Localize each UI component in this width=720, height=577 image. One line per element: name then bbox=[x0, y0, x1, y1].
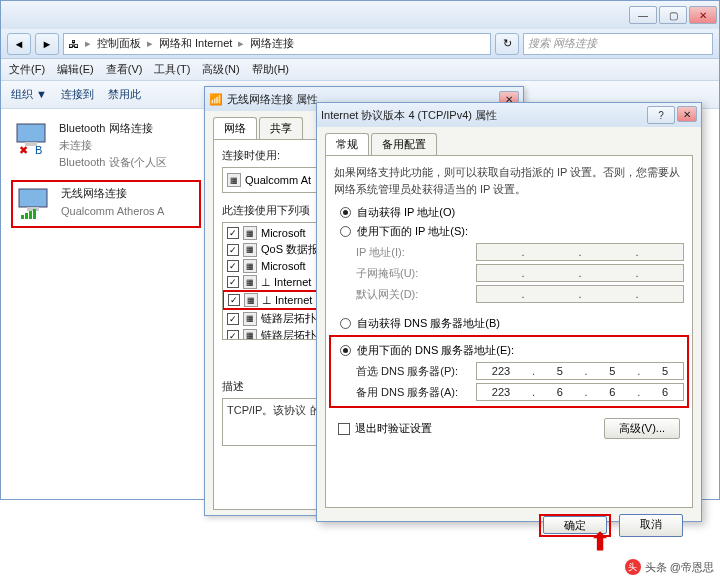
checkbox-icon[interactable]: ✓ bbox=[227, 330, 239, 341]
watermark: 头 头条 @帝恩思 bbox=[625, 559, 714, 575]
crumb-network-connections[interactable]: 网络连接 bbox=[250, 36, 294, 51]
radio-label: 自动获得 DNS 服务器地址(B) bbox=[357, 316, 500, 331]
svg-text:✖: ✖ bbox=[19, 144, 28, 156]
close-button[interactable]: ✕ bbox=[689, 6, 717, 24]
checkbox-icon[interactable]: ✓ bbox=[227, 244, 239, 256]
proto-icon: ▦ bbox=[243, 275, 257, 289]
menu-advanced[interactable]: 高级(N) bbox=[202, 62, 239, 77]
ipv4-properties-dialog: Internet 协议版本 4 (TCP/IPv4) 属性 ? ✕ 常规 备用配… bbox=[316, 102, 702, 522]
item-label: ⊥ Internet bbox=[261, 276, 311, 289]
gateway-label: 默认网关(D): bbox=[356, 287, 476, 302]
item-label: Microsoft bbox=[261, 227, 306, 239]
toutiao-icon: 头 bbox=[625, 559, 641, 575]
monitor-icon: ✖B bbox=[15, 121, 51, 157]
refresh-button[interactable]: ↻ bbox=[495, 33, 519, 55]
radio-label: 使用下面的 DNS 服务器地址(E): bbox=[357, 343, 514, 358]
radio-use-ip[interactable]: 使用下面的 IP 地址(S): bbox=[340, 224, 684, 239]
dialog-titlebar: Internet 协议版本 4 (TCP/IPv4) 属性 ? ✕ bbox=[317, 103, 701, 127]
proto-icon: ▦ bbox=[243, 312, 257, 326]
minimize-button[interactable]: — bbox=[629, 6, 657, 24]
item-label: Microsoft bbox=[261, 260, 306, 272]
conn-device: Qualcomm Atheros A bbox=[61, 205, 164, 217]
connect-to-button[interactable]: 连接到 bbox=[61, 87, 94, 102]
crumb-network-internet[interactable]: 网络和 Internet bbox=[159, 36, 232, 51]
crumb-control-panel[interactable]: 控制面板 bbox=[97, 36, 141, 51]
checkbox-icon bbox=[338, 423, 350, 435]
radio-label: 自动获得 IP 地址(O) bbox=[357, 205, 455, 220]
titlebar: — ▢ ✕ bbox=[1, 1, 719, 29]
menu-tools[interactable]: 工具(T) bbox=[154, 62, 190, 77]
maximize-button[interactable]: ▢ bbox=[659, 6, 687, 24]
menu-view[interactable]: 查看(V) bbox=[106, 62, 143, 77]
validate-checkbox[interactable]: 退出时验证设置 bbox=[338, 421, 432, 436]
adapter-icon: ▦ bbox=[227, 173, 241, 187]
connection-wireless[interactable]: 无线网络连接 Qualcomm Atheros A bbox=[11, 180, 201, 228]
monitor-icon bbox=[17, 186, 53, 222]
checkbox-icon[interactable]: ✓ bbox=[227, 313, 239, 325]
item-label: 链路层拓扑 bbox=[261, 311, 316, 326]
wifi-icon: 📶 bbox=[209, 93, 223, 106]
dialog-title: 无线网络连接 属性 bbox=[227, 92, 318, 107]
proto-icon: ▦ bbox=[244, 293, 258, 307]
adapter-name: Qualcomm At bbox=[245, 174, 311, 186]
address-bar[interactable]: 🖧 ▸ 控制面板 ▸ 网络和 Internet ▸ 网络连接 bbox=[63, 33, 491, 55]
proto-icon: ▦ bbox=[243, 243, 257, 257]
menu-file[interactable]: 文件(F) bbox=[9, 62, 45, 77]
item-label: 链路层拓扑 bbox=[261, 328, 316, 340]
alt-dns-label: 备用 DNS 服务器(A): bbox=[356, 385, 476, 400]
alt-dns-input[interactable]: 223.6.6.6 bbox=[476, 383, 684, 401]
radio-use-dns[interactable]: 使用下面的 DNS 服务器地址(E): bbox=[340, 343, 684, 358]
radio-icon bbox=[340, 226, 351, 237]
checkbox-label: 退出时验证设置 bbox=[355, 421, 432, 436]
tab-network[interactable]: 网络 bbox=[213, 117, 257, 139]
back-button[interactable]: ◄ bbox=[7, 33, 31, 55]
menubar: 文件(F) 编辑(E) 查看(V) 工具(T) 高级(N) 帮助(H) bbox=[1, 59, 719, 81]
help-button[interactable]: ? bbox=[647, 106, 675, 124]
menu-edit[interactable]: 编辑(E) bbox=[57, 62, 94, 77]
close-button[interactable]: ✕ bbox=[677, 106, 697, 122]
radio-label: 使用下面的 IP 地址(S): bbox=[357, 224, 468, 239]
pref-dns-input[interactable]: 223.5.5.5 bbox=[476, 362, 684, 380]
menu-help[interactable]: 帮助(H) bbox=[252, 62, 289, 77]
svg-rect-4 bbox=[19, 189, 47, 207]
disable-button[interactable]: 禁用此 bbox=[108, 87, 141, 102]
item-label: QoS 数据报 bbox=[261, 242, 319, 257]
mask-input: ... bbox=[476, 264, 684, 282]
radio-icon bbox=[340, 207, 351, 218]
checkbox-icon[interactable]: ✓ bbox=[227, 227, 239, 239]
tab-general[interactable]: 常规 bbox=[325, 133, 369, 155]
organize-button[interactable]: 组织 ▼ bbox=[11, 87, 47, 102]
connection-bluetooth[interactable]: ✖B Bluetooth 网络连接 未连接 Bluetooth 设备(个人区 bbox=[11, 117, 201, 174]
tabstrip: 常规 备用配置 bbox=[325, 133, 693, 156]
advanced-button[interactable]: 高级(V)... bbox=[604, 418, 680, 439]
arrow-up-icon: ⬆ bbox=[590, 528, 610, 556]
cancel-button[interactable]: 取消 bbox=[619, 514, 683, 537]
item-label: ⊥ Internet bbox=[262, 294, 312, 307]
checkbox-icon[interactable]: ✓ bbox=[227, 276, 239, 288]
conn-name: Bluetooth 网络连接 bbox=[59, 121, 167, 136]
svg-rect-0 bbox=[17, 124, 45, 142]
svg-text:B: B bbox=[35, 144, 42, 156]
checkbox-icon[interactable]: ✓ bbox=[228, 294, 240, 306]
checkbox-icon[interactable]: ✓ bbox=[227, 260, 239, 272]
pref-dns-label: 首选 DNS 服务器(P): bbox=[356, 364, 476, 379]
radio-auto-ip[interactable]: 自动获得 IP 地址(O) bbox=[340, 205, 684, 220]
proto-icon: ▦ bbox=[243, 329, 257, 341]
proto-icon: ▦ bbox=[243, 259, 257, 273]
tab-alternate[interactable]: 备用配置 bbox=[371, 133, 437, 155]
mask-label: 子网掩码(U): bbox=[356, 266, 476, 281]
forward-button[interactable]: ► bbox=[35, 33, 59, 55]
radio-auto-dns[interactable]: 自动获得 DNS 服务器地址(B) bbox=[340, 316, 684, 331]
svg-rect-6 bbox=[21, 215, 24, 219]
svg-rect-9 bbox=[33, 209, 36, 219]
conn-status: 未连接 bbox=[59, 138, 167, 153]
ip-label: IP 地址(I): bbox=[356, 245, 476, 260]
proto-icon: ▦ bbox=[243, 226, 257, 240]
watermark-text: 头条 @帝恩思 bbox=[645, 560, 714, 575]
tab-sharing[interactable]: 共享 bbox=[259, 117, 303, 139]
conn-device: Bluetooth 设备(个人区 bbox=[59, 155, 167, 170]
dialog-footer: 确定 取消 bbox=[325, 508, 693, 543]
gateway-input: ... bbox=[476, 285, 684, 303]
navbar: ◄ ► 🖧 ▸ 控制面板 ▸ 网络和 Internet ▸ 网络连接 ↻ 搜索 … bbox=[1, 29, 719, 59]
search-input[interactable]: 搜索 网络连接 bbox=[523, 33, 713, 55]
